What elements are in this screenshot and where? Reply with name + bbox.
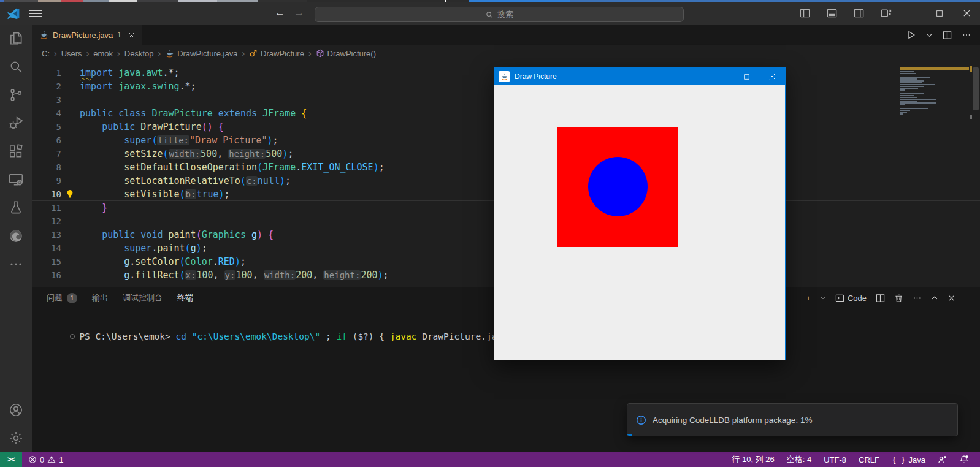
activity-item-run-debug[interactable]	[0, 109, 32, 137]
symbol-class-icon	[249, 49, 258, 58]
activity-item-settings[interactable]	[0, 424, 32, 452]
notification-message: Acquiring CodeLLDB platform package: 1%	[653, 416, 812, 425]
activity-item-source-control[interactable]	[0, 81, 32, 109]
breadcrumb-item-drawpicturejava[interactable]: DrawPicture.java	[165, 49, 237, 58]
activity-item-explorer[interactable]	[0, 25, 32, 53]
split-editor-button[interactable]	[943, 31, 952, 40]
maximize-panel-chevron-icon[interactable]	[931, 294, 938, 302]
editor-actions	[906, 25, 971, 45]
breadcrumb-separator: ›	[117, 48, 120, 58]
app-close-button[interactable]	[759, 68, 785, 85]
panel-tab-调试控制台[interactable]: 调试控制台	[123, 287, 163, 308]
tab-problems-badge: 1	[117, 31, 121, 39]
remote-indicator[interactable]: ><	[0, 452, 22, 467]
status-indentation[interactable]: 空格: 4	[782, 452, 816, 467]
toggle-secondary-sidebar-icon[interactable]	[845, 2, 872, 25]
line-number: 3	[32, 93, 61, 107]
status-language-mode[interactable]: { }Java	[887, 452, 930, 467]
draw-picture-canvas	[494, 85, 785, 360]
terminal-shell-item[interactable]: Code	[835, 294, 867, 303]
tab-drawpicture-java[interactable]: DrawPicture.java 1	[32, 25, 142, 45]
editor-more-actions-icon[interactable]	[962, 30, 971, 40]
panel-tab-终端[interactable]: 终端	[177, 287, 193, 308]
line-number: 8	[32, 161, 61, 174]
line-number: 1	[32, 66, 61, 80]
lightbulb-icon[interactable]	[66, 189, 74, 198]
panel-tab-输出[interactable]: 输出	[92, 287, 108, 308]
toggle-panel-icon[interactable]	[818, 2, 845, 25]
kill-terminal-trash-icon[interactable]	[894, 294, 903, 303]
panel-tab-问题[interactable]: 问题1	[47, 287, 77, 308]
nav-back-icon[interactable]: ←	[275, 7, 285, 19]
terminal-output[interactable]: PS C:\Users\emok> cd "c:\Users\emok\Desk…	[32, 308, 518, 351]
terminal-shell-label: Code	[848, 294, 867, 303]
minimap[interactable]	[900, 67, 969, 115]
breadcrumb-item-users[interactable]: Users	[61, 49, 82, 58]
draw-picture-titlebar[interactable]: Draw Picture	[494, 68, 785, 85]
error-icon	[28, 455, 37, 464]
maximize-icon[interactable]	[926, 2, 953, 25]
titlebar: ← → 搜索	[0, 2, 980, 25]
activity-item-search[interactable]	[0, 53, 32, 81]
panel-more-actions-icon[interactable]	[913, 294, 922, 303]
menu-hamburger-icon[interactable]	[29, 8, 42, 19]
problems-status[interactable]: 0 1	[28, 455, 63, 465]
editor-scrollbar[interactable]	[973, 67, 979, 110]
minimize-icon[interactable]	[899, 2, 926, 25]
status-notifications-bell[interactable]	[954, 452, 974, 467]
status-cursor-position[interactable]: 行 10, 列 26	[727, 452, 779, 467]
breadcrumb-item-c[interactable]: C:	[42, 49, 50, 58]
activity-item-testing[interactable]	[0, 194, 32, 222]
titlebar-controls	[791, 2, 980, 25]
command-center-search[interactable]: 搜索	[315, 7, 684, 22]
vscode-window: ← → 搜索 DrawPicture.java 1 C:›Users›emok›…	[0, 0, 980, 467]
app-maximize-button[interactable]	[733, 68, 759, 85]
line-number: 7	[32, 147, 61, 161]
breadcrumb-item-desktop[interactable]: Desktop	[124, 49, 154, 58]
activity-item-remote-explorer[interactable]	[0, 165, 32, 194]
bell-dot-icon	[959, 455, 969, 465]
activity-item-edge-tools[interactable]	[0, 222, 32, 250]
error-count: 0	[40, 455, 44, 465]
info-icon	[636, 415, 646, 425]
run-dropdown-chevron-icon[interactable]	[926, 32, 933, 39]
activity-item-more[interactable]	[0, 250, 32, 278]
customize-layout-icon[interactable]	[872, 2, 899, 25]
toggle-primary-sidebar-icon[interactable]	[791, 2, 818, 25]
status-eol[interactable]: CRLF	[854, 452, 884, 467]
breadcrumb-item-drawpicture[interactable]: DrawPicture	[249, 49, 304, 58]
activity-item-extensions[interactable]	[0, 137, 32, 165]
tab-label: DrawPicture.java	[53, 31, 113, 40]
status-bar: >< 0 1 行 10, 列 26空格: 4UTF-8CRLF{ }Java	[0, 452, 980, 467]
terminal-icon	[835, 294, 844, 303]
line-number: 6	[32, 134, 61, 147]
tab-close-icon[interactable]	[128, 32, 135, 39]
status-encoding[interactable]: UTF-8	[819, 452, 851, 467]
breadcrumb-item-emok[interactable]: emok	[93, 49, 113, 58]
vscode-logo-icon	[6, 6, 21, 21]
status-bar-right: 行 10, 列 26空格: 4UTF-8CRLF{ }Java	[727, 452, 980, 467]
java-icon	[165, 49, 174, 58]
line-number: 11	[32, 201, 61, 215]
close-icon[interactable]	[953, 2, 980, 25]
draw-picture-window: Draw Picture	[494, 67, 786, 360]
breadcrumb-item-drawpicture[interactable]: DrawPicture()	[316, 49, 376, 58]
line-number: 15	[32, 255, 61, 268]
activity-item-accounts[interactable]	[0, 396, 32, 424]
line-number: 2	[32, 80, 61, 93]
breadcrumb-separator: ›	[242, 48, 245, 58]
close-panel-icon[interactable]	[947, 294, 955, 302]
warning-count: 1	[59, 455, 63, 465]
notification-toast[interactable]: Acquiring CodeLLDB platform package: 1%	[627, 403, 958, 436]
java-app-icon	[499, 71, 510, 82]
app-minimize-button[interactable]	[708, 68, 733, 85]
breadcrumb-separator: ›	[86, 48, 90, 58]
breadcrumb-separator: ›	[158, 48, 161, 58]
run-java-button[interactable]	[906, 30, 916, 40]
split-terminal-button[interactable]	[876, 294, 885, 303]
status-feedback[interactable]	[933, 452, 952, 467]
terminal-dropdown-chevron-icon[interactable]	[820, 295, 826, 301]
overview-ruler-marker	[970, 115, 972, 119]
nav-forward-icon[interactable]: →	[294, 7, 304, 19]
new-terminal-button[interactable]: +	[806, 294, 811, 303]
